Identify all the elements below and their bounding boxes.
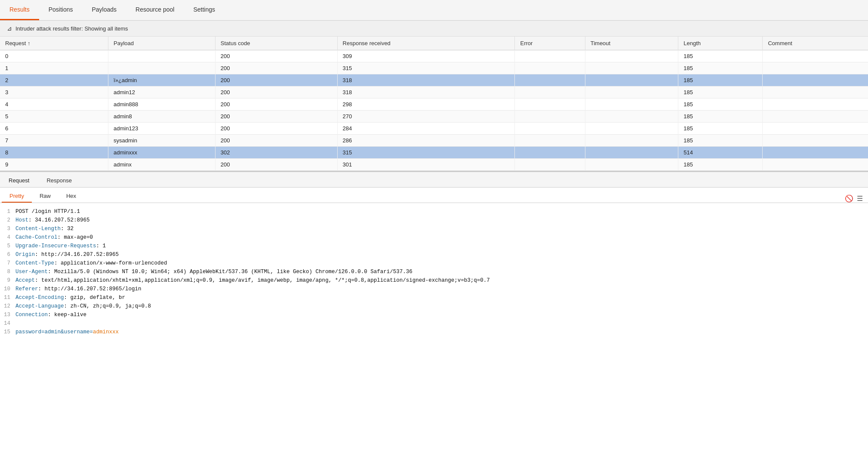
tab-results[interactable]: Results bbox=[0, 0, 39, 20]
request-line: 10Referer: http://34.16.207.52:8965/logi… bbox=[0, 285, 868, 293]
cell-payload bbox=[108, 50, 215, 62]
table-row[interactable]: 6admin123200284185 bbox=[0, 123, 868, 135]
cell-status: 200 bbox=[215, 62, 337, 74]
cell-comment bbox=[763, 74, 868, 86]
line-content: POST /login HTTP/1.1 bbox=[15, 207, 80, 216]
cell-payload: adminx bbox=[108, 159, 215, 171]
cell-response: 315 bbox=[337, 62, 515, 74]
table-row[interactable]: 2ï»¿admin200318185 bbox=[0, 74, 868, 86]
cell-comment bbox=[763, 123, 868, 135]
line-content: Accept: text/html,application/xhtml+xml,… bbox=[15, 276, 490, 285]
request-line: 9Accept: text/html,application/xhtml+xml… bbox=[0, 276, 868, 285]
eye-slash-icon[interactable]: 🚫 bbox=[845, 194, 853, 203]
cell-status: 200 bbox=[215, 50, 337, 62]
cell-length: 185 bbox=[678, 50, 763, 62]
cell-response: 270 bbox=[337, 111, 515, 123]
col-response-received[interactable]: Response received bbox=[337, 37, 515, 50]
cell-comment bbox=[763, 50, 868, 62]
cell-status: 302 bbox=[215, 147, 337, 159]
line-content: Cache-Control: max-age=0 bbox=[15, 233, 93, 242]
tab-response[interactable]: Response bbox=[38, 175, 80, 187]
col-request[interactable]: Request ↑ bbox=[0, 37, 108, 50]
request-line: 12Accept-Language: zh-CN, zh;q=0.9, ja;q… bbox=[0, 302, 868, 311]
table-row[interactable]: 9adminx200301185 bbox=[0, 159, 868, 171]
line-number: 13 bbox=[3, 311, 15, 319]
cell-status: 200 bbox=[215, 123, 337, 135]
cell-payload: admin123 bbox=[108, 123, 215, 135]
cell-payload: ï»¿admin bbox=[108, 74, 215, 86]
cell-length: 185 bbox=[678, 135, 763, 147]
line-content: password=admin&username=adminxxx bbox=[15, 328, 119, 336]
cell-response: 284 bbox=[337, 123, 515, 135]
request-line: 4Cache-Control: max-age=0 bbox=[0, 233, 868, 242]
cell-response: 318 bbox=[337, 86, 515, 98]
cell-error bbox=[515, 123, 585, 135]
request-line: 11Accept-Encoding: gzip, deflate, br bbox=[0, 293, 868, 302]
line-number: 3 bbox=[3, 225, 15, 233]
line-content: Accept-Language: zh-CN, zh;q=0.9, ja;q=0… bbox=[15, 302, 151, 311]
cell-response: 318 bbox=[337, 74, 515, 86]
col-payload[interactable]: Payload bbox=[108, 37, 215, 50]
tab-resource-pool[interactable]: Resource pool bbox=[126, 0, 184, 20]
table-row[interactable]: 8adminxxx302315514 bbox=[0, 147, 868, 159]
cell-length: 185 bbox=[678, 62, 763, 74]
table-row[interactable]: 7sysadmin200286185 bbox=[0, 135, 868, 147]
tab-settings[interactable]: Settings bbox=[184, 0, 225, 20]
line-content: Connection: keep-alive bbox=[15, 311, 86, 319]
cell-status: 200 bbox=[215, 98, 337, 111]
cell-request: 9 bbox=[0, 159, 108, 171]
cell-comment bbox=[763, 111, 868, 123]
tab-pretty[interactable]: Pretty bbox=[2, 190, 32, 203]
tab-positions[interactable]: Positions bbox=[39, 0, 83, 20]
view-tab-actions: 🚫 ☰ bbox=[845, 194, 868, 203]
cell-comment bbox=[763, 98, 868, 111]
col-status-code[interactable]: Status code bbox=[215, 37, 337, 50]
cell-timeout bbox=[585, 111, 678, 123]
table-row[interactable]: 3admin12200318185 bbox=[0, 86, 868, 98]
cell-error bbox=[515, 98, 585, 111]
request-line: 15password=admin&username=adminxxx bbox=[0, 328, 868, 336]
line-number: 7 bbox=[3, 259, 15, 268]
col-comment[interactable]: Comment bbox=[763, 37, 868, 50]
list-icon[interactable]: ☰ bbox=[857, 194, 863, 203]
line-number: 1 bbox=[3, 207, 15, 216]
cell-comment bbox=[763, 62, 868, 74]
tab-raw[interactable]: Raw bbox=[32, 190, 58, 203]
table-row[interactable]: 5admin8200270185 bbox=[0, 111, 868, 123]
view-tabs: Pretty Raw Hex 🚫 ☰ bbox=[0, 188, 868, 203]
col-timeout[interactable]: Timeout bbox=[585, 37, 678, 50]
cell-response: 315 bbox=[337, 147, 515, 159]
tab-payloads[interactable]: Payloads bbox=[83, 0, 126, 20]
line-content: Accept-Encoding: gzip, deflate, br bbox=[15, 293, 125, 302]
results-table-section: Request ↑ Payload Status code Response r… bbox=[0, 37, 868, 171]
request-line: 8User-Agent: Mozilla/5.0 (Windows NT 10.… bbox=[0, 268, 868, 276]
col-length[interactable]: Length bbox=[678, 37, 763, 50]
cell-error bbox=[515, 159, 585, 171]
cell-status: 200 bbox=[215, 159, 337, 171]
col-error[interactable]: Error bbox=[515, 37, 585, 50]
cell-timeout bbox=[585, 86, 678, 98]
cell-timeout bbox=[585, 50, 678, 62]
cell-comment bbox=[763, 135, 868, 147]
tab-request[interactable]: Request bbox=[0, 175, 38, 187]
cell-timeout bbox=[585, 159, 678, 171]
cell-timeout bbox=[585, 98, 678, 111]
table-row[interactable]: 0200309185 bbox=[0, 50, 868, 62]
cell-response: 286 bbox=[337, 135, 515, 147]
line-content: Host: 34.16.207.52:8965 bbox=[15, 216, 90, 225]
cell-error bbox=[515, 74, 585, 86]
line-content: Content-Length: 32 bbox=[15, 225, 74, 233]
cell-length: 185 bbox=[678, 159, 763, 171]
table-row[interactable]: 4admin888200298185 bbox=[0, 98, 868, 111]
tab-hex[interactable]: Hex bbox=[58, 190, 84, 203]
cell-payload: admin8 bbox=[108, 111, 215, 123]
cell-status: 200 bbox=[215, 135, 337, 147]
line-number: 11 bbox=[3, 293, 15, 302]
table-row[interactable]: 1200315185 bbox=[0, 62, 868, 74]
cell-error bbox=[515, 111, 585, 123]
cell-response: 309 bbox=[337, 50, 515, 62]
cell-length: 185 bbox=[678, 111, 763, 123]
line-number: 10 bbox=[3, 285, 15, 293]
cell-comment bbox=[763, 86, 868, 98]
cell-request: 8 bbox=[0, 147, 108, 159]
